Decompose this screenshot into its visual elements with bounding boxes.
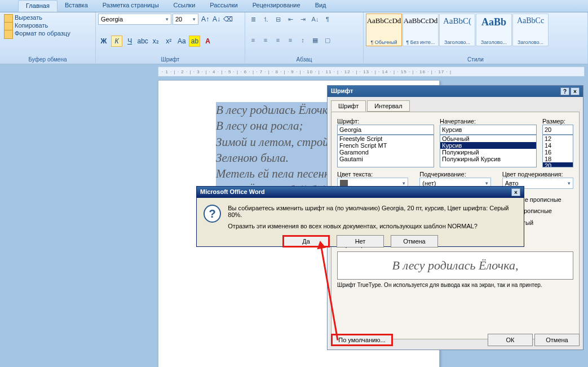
sort-icon[interactable]: A↓: [310, 14, 321, 25]
tab-references[interactable]: Ссылки: [166, 0, 203, 12]
pilcrow-icon[interactable]: ¶: [322, 14, 333, 25]
question-icon: ?: [204, 205, 221, 223]
tab-layout[interactable]: Разметка страницы: [95, 0, 166, 12]
font-name-combo[interactable]: Georgia▾: [98, 14, 171, 25]
tab-insert[interactable]: Вставка: [58, 0, 95, 12]
style-input[interactable]: [440, 125, 537, 135]
line-spacing-icon[interactable]: ↕: [297, 34, 308, 46]
format-painter-button[interactable]: Формат по образцу: [2, 29, 93, 37]
borders-icon[interactable]: ▢: [322, 34, 333, 46]
msgbox: Microsoft Office Word × ? Вы собираетесь…: [196, 186, 524, 247]
ok-button[interactable]: ОК: [488, 334, 533, 346]
font-title: Шрифт: [98, 55, 242, 64]
shading-icon[interactable]: ▦: [310, 34, 321, 46]
font-list[interactable]: Freestyle ScriptFrench Script MTGaramond…: [337, 135, 434, 167]
strike-button[interactable]: abc: [137, 36, 148, 47]
dlg-tab-spacing[interactable]: Интервал: [367, 100, 409, 112]
justify-icon[interactable]: ≡: [285, 34, 296, 46]
ucolor-label: Цвет подчеркивания:: [502, 171, 573, 178]
bullets-icon[interactable]: ≣: [247, 14, 259, 25]
font-note: Шрифт TrueType. Он используется для выво…: [337, 282, 573, 288]
font-input[interactable]: [337, 125, 434, 135]
style-heading2[interactable]: AaBbЗаголово...: [476, 14, 512, 46]
tab-view[interactable]: Вид: [308, 0, 334, 12]
align-right-icon[interactable]: ≡: [272, 34, 284, 46]
subscript-button[interactable]: x₂: [150, 36, 161, 47]
close-icon[interactable]: ×: [571, 87, 580, 95]
ribbon: Вырезать Копировать Формат по образцу Бу…: [0, 12, 588, 64]
size-list[interactable]: 1214161820: [542, 135, 573, 167]
styles-gallery[interactable]: AaBbCcDd¶ Обычный AaBbCcDd¶ Без инте... …: [366, 14, 585, 46]
msg-cancel-button[interactable]: Отмена: [391, 235, 438, 247]
copy-button[interactable]: Копировать: [2, 21, 93, 29]
style-list[interactable]: ОбычныйКурсивПолужирныйПолужирный Курсив: [440, 135, 537, 167]
style-label: Начертание:: [440, 118, 537, 125]
align-center-icon[interactable]: ≡: [260, 34, 271, 46]
tab-home[interactable]: Главная: [18, 0, 58, 12]
cancel-button[interactable]: Отмена: [534, 334, 580, 346]
msgbox-text1: Вы собираетесь изменить шрифт на (по умо…: [228, 205, 517, 218]
style-nospacing[interactable]: AaBbCcDd¶ Без инте...: [403, 14, 439, 46]
clear-format-icon[interactable]: ⌫: [222, 14, 233, 25]
multilevel-icon[interactable]: ⊟: [272, 14, 284, 25]
clipboard-title: Буфер обмена: [2, 55, 93, 64]
indent-icon[interactable]: ⇥: [297, 14, 308, 25]
para-title: Абзац: [247, 55, 361, 64]
help-icon[interactable]: ?: [560, 87, 569, 95]
default-button[interactable]: По умолчанию...: [331, 334, 393, 346]
bold-button[interactable]: Ж: [98, 36, 109, 47]
style-normal[interactable]: AaBbCcDd¶ Обычный: [366, 14, 402, 46]
font-size-combo[interactable]: 20▾: [173, 14, 198, 25]
color-label: Цвет текста:: [337, 171, 408, 178]
highlight-button[interactable]: ab: [189, 36, 200, 47]
underline-label: Подчеркивание:: [419, 171, 490, 178]
dlg-tab-font[interactable]: Шрифт: [331, 100, 366, 112]
grow-font-icon[interactable]: A↑: [200, 14, 211, 25]
shrink-font-icon[interactable]: A↓: [211, 14, 222, 25]
msgbox-titlebar[interactable]: Microsoft Office Word ×: [197, 187, 524, 198]
font-dialog-title: Шрифт: [331, 87, 353, 95]
tab-mailings[interactable]: Рассылки: [202, 0, 245, 12]
italic-button[interactable]: К: [111, 36, 122, 47]
underline-button[interactable]: Ч: [124, 36, 135, 47]
msgbox-title: Microsoft Office Word: [200, 188, 265, 196]
ruler[interactable]: · 1 · | · 2 · | · 3 · | · 4 · | · 5 · | …: [158, 67, 585, 77]
align-left-icon[interactable]: ≡: [247, 34, 259, 46]
case-button[interactable]: Aa: [176, 36, 187, 47]
no-button[interactable]: Нет: [337, 235, 384, 247]
font-color-button[interactable]: A: [202, 36, 214, 47]
preview-box: В лесу родилась Ёлочка,: [337, 251, 573, 280]
font-dialog-titlebar[interactable]: Шрифт ?×: [328, 86, 583, 97]
ribbon-tabs: Главная Вставка Разметка страницы Ссылки…: [0, 0, 588, 12]
size-input[interactable]: [542, 125, 573, 135]
font-label: Шрифт:: [337, 118, 434, 125]
style-heading3[interactable]: AaBbCcЗаголово...: [512, 14, 549, 46]
styles-title: Стили: [366, 55, 585, 64]
superscript-button[interactable]: x²: [163, 36, 174, 47]
style-heading1[interactable]: AaBbC(Заголово...: [439, 14, 475, 46]
size-label: Размер:: [542, 118, 573, 125]
numbering-icon[interactable]: ⒈: [260, 14, 271, 25]
cut-button[interactable]: Вырезать: [2, 14, 93, 21]
close-icon[interactable]: ×: [511, 188, 520, 196]
outdent-icon[interactable]: ⇤: [285, 14, 296, 25]
tab-review[interactable]: Рецензирование: [245, 0, 308, 12]
annotation-arrowhead: [316, 240, 326, 250]
msgbox-text2: Отразить эти изменения во всех новых док…: [228, 223, 517, 229]
